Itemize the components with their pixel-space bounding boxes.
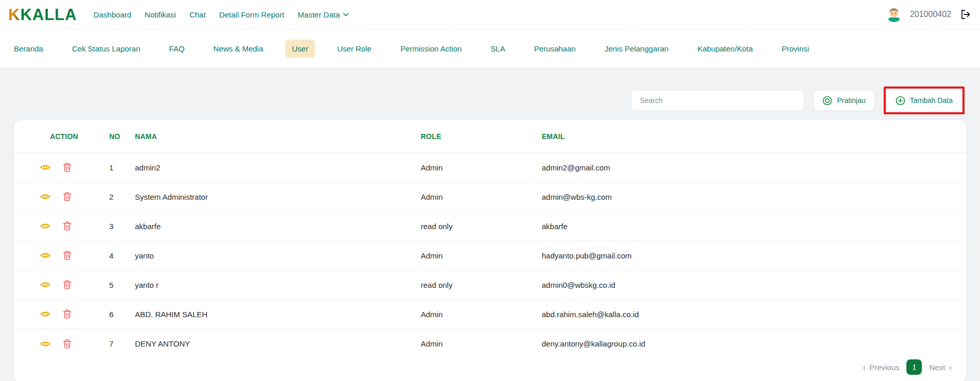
kalla-logo-text: KALLA [20, 7, 77, 23]
trash-icon[interactable] [61, 162, 73, 173]
eye-icon[interactable] [40, 250, 51, 261]
action-cell [40, 308, 109, 320]
toolbar: Pratinjau Tambah Data [0, 89, 980, 112]
search-input[interactable] [631, 90, 804, 111]
subnav-item-user[interactable]: User [285, 40, 315, 58]
cell-role: Admin [421, 310, 542, 319]
cell-role: Admin [421, 339, 542, 348]
table-header-row: ACTION NO NAMA ROLE EMAIL [14, 120, 966, 153]
column-header-email: EMAIL [542, 132, 953, 141]
table-row: 5 yanto r read only admin0@wbskg.co.id [14, 270, 966, 300]
annotation-highlight: Tambah Data [884, 86, 965, 114]
column-header-nama: NAMA [135, 132, 421, 141]
cell-email: deny.antony@kallagroup.co.id [542, 339, 953, 348]
table-row: 3 akbarfe read only akbarfe [14, 212, 966, 241]
page-number-1[interactable]: 1 [906, 359, 922, 375]
cell-no: 1 [109, 163, 135, 172]
logout-icon[interactable] [959, 9, 971, 20]
cell-nama: ABD. RAHIM SALEH [135, 310, 421, 319]
user-id: 201000402 [910, 10, 951, 19]
avatar[interactable] [886, 7, 902, 22]
trash-icon[interactable] [61, 220, 73, 232]
subnav-item-beranda[interactable]: Beranda [7, 40, 50, 58]
kalla-logo[interactable]: KKALLA [8, 7, 77, 23]
chevron-right-icon: › [949, 363, 952, 372]
cell-role: Admin [421, 163, 542, 172]
user-table: ACTION NO NAMA ROLE EMAIL 1 admin2 Admin… [14, 120, 966, 358]
eye-icon[interactable] [40, 220, 51, 232]
cell-role: read only [421, 222, 542, 231]
cell-email: akbarfe [542, 222, 953, 231]
nav-item-chat[interactable]: Chat [190, 10, 206, 19]
table-row: 7 DENY ANTONY Admin deny.antony@kallagro… [14, 329, 966, 358]
eye-icon[interactable] [40, 162, 51, 173]
table-row: 1 admin2 Admin admin2@gmail.com [14, 153, 966, 182]
table-row: 2 System Administrator Admin admin@wbs-k… [14, 182, 966, 212]
chevron-down-icon [343, 13, 349, 16]
topbar: KKALLA Dashboard Notifikasi Chat Detail … [0, 0, 980, 29]
nav-item-master-data[interactable]: Master Data [298, 10, 349, 19]
pratinjau-label: Pratinjau [837, 96, 865, 105]
topbar-right: 201000402 [886, 7, 971, 22]
pagination: ‹ Previous 1 Next › [863, 359, 952, 375]
tambah-data-button[interactable]: Tambah Data [887, 90, 961, 111]
subnav-item-jenis-pelanggaran[interactable]: Jenis Pelanggaran [598, 40, 675, 58]
cell-no: 7 [109, 339, 135, 348]
next-label: Next [929, 363, 945, 372]
cell-no: 3 [109, 222, 135, 231]
subnav-item-faq[interactable]: FAQ [162, 40, 191, 58]
subnav-item-perusahaan[interactable]: Perusahaan [527, 40, 582, 58]
trash-icon[interactable] [61, 250, 73, 261]
cell-no: 6 [109, 310, 135, 319]
user-table-card: ACTION NO NAMA ROLE EMAIL 1 admin2 Admin… [13, 119, 967, 381]
subnav-item-provinsi[interactable]: Provinsi [775, 40, 816, 58]
trash-icon[interactable] [61, 338, 73, 350]
subnav-item-sla[interactable]: SLA [484, 40, 512, 58]
chevron-left-icon: ‹ [863, 363, 866, 372]
eye-icon[interactable] [40, 308, 51, 320]
eye-icon[interactable] [40, 338, 51, 350]
cell-nama: yanto [135, 251, 421, 260]
kalla-logo-k: K [8, 7, 20, 23]
cell-nama: akbarfe [135, 222, 421, 231]
cell-role: Admin [421, 251, 542, 260]
action-cell [40, 338, 109, 350]
cell-role: Admin [421, 193, 542, 201]
eye-icon[interactable] [40, 191, 51, 202]
trash-icon[interactable] [61, 279, 73, 290]
subnav: Beranda Cek Status Laporan FAQ News & Me… [0, 29, 980, 67]
nav-item-notifikasi[interactable]: Notifikasi [145, 10, 176, 19]
cell-role: read only [421, 281, 542, 289]
cell-nama: System Administrator [135, 193, 421, 201]
cell-email: admin2@gmail.com [542, 163, 953, 172]
subnav-item-cek-status-laporan[interactable]: Cek Status Laporan [65, 40, 147, 58]
tambah-data-label: Tambah Data [910, 96, 953, 105]
cell-nama: admin2 [135, 163, 421, 172]
nav-item-detail-form-report[interactable]: Detail Form Report [219, 10, 284, 19]
cell-no: 2 [109, 193, 135, 201]
trash-icon[interactable] [61, 191, 73, 202]
cell-email: hadyanto.pub@gmail.com [542, 251, 953, 260]
table-row: 6 ABD. RAHIM SALEH Admin abd.rahim.saleh… [14, 300, 966, 329]
nav-item-dashboard[interactable]: Dashboard [93, 10, 131, 19]
action-cell [40, 220, 109, 232]
cell-no: 5 [109, 281, 135, 289]
avatar-image [886, 7, 902, 22]
subnav-item-user-role[interactable]: User Role [331, 40, 379, 58]
trash-icon[interactable] [61, 308, 73, 320]
cell-email: admin@wbs-kg.com [542, 193, 953, 201]
next-page-button[interactable]: Next › [929, 363, 952, 372]
column-header-no: NO [109, 132, 135, 141]
subnav-item-kabupaten-kota[interactable]: Kabupaten/Kota [691, 40, 760, 58]
subnav-item-news-media[interactable]: News & Media [207, 40, 270, 58]
plus-circle-icon [896, 96, 905, 106]
eye-icon[interactable] [40, 279, 51, 290]
pratinjau-button[interactable]: Pratinjau [814, 90, 874, 111]
subnav-item-permission-action[interactable]: Permission Action [393, 40, 468, 58]
previous-page-button[interactable]: ‹ Previous [863, 363, 899, 372]
cell-no: 4 [109, 251, 135, 260]
action-cell [40, 250, 109, 261]
main-nav: Dashboard Notifikasi Chat Detail Form Re… [93, 10, 348, 19]
column-header-action: ACTION [40, 132, 109, 141]
column-header-role: ROLE [421, 132, 542, 141]
